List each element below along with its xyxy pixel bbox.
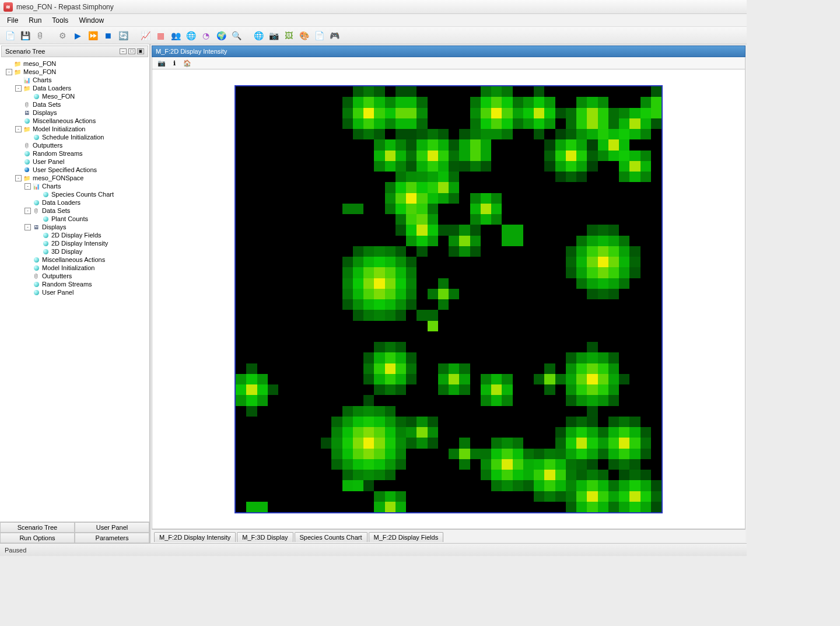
tree-item[interactable]: 🛢Outputters — [1, 141, 148, 149]
tree-item[interactable]: -🛢Data Sets — [1, 207, 148, 215]
tree-label: Meso_FON — [42, 93, 75, 100]
tree-label: 3D Display — [51, 248, 82, 255]
tree-expander[interactable]: - — [24, 208, 31, 214]
tree-expander[interactable]: - — [6, 69, 12, 75]
tree-label: Charts — [33, 76, 51, 83]
tree-item[interactable]: Miscellaneous Actions — [1, 117, 148, 125]
pane-title-label: Scenario Tree — [5, 48, 45, 55]
tree-label: Data Sets — [33, 101, 61, 108]
sidebar-tab-parameters[interactable]: Parameters — [75, 533, 149, 543]
display-viewport[interactable] — [152, 69, 746, 529]
tree-item[interactable]: Plant Counts — [1, 215, 148, 223]
init-icon[interactable]: ⚙ — [56, 29, 69, 42]
maximize-pane-icon[interactable]: □ — [128, 48, 135, 54]
agents-icon[interactable]: 👥 — [169, 29, 182, 42]
tree-label: Meso_FON — [23, 68, 56, 75]
dock-pane-icon[interactable]: ▣ — [137, 48, 144, 54]
image-icon[interactable]: 🖼 — [282, 29, 295, 42]
tree-item[interactable]: User Panel — [1, 288, 148, 296]
tree-label: 2D Display Fields — [51, 232, 102, 239]
tree-item[interactable]: Miscellaneous Actions — [1, 256, 148, 264]
globe2-icon[interactable]: 🌍 — [215, 29, 228, 42]
window-title: meso_FON - Repast Simphony — [16, 3, 114, 11]
sidebar-tab-user-panel[interactable]: User Panel — [75, 522, 149, 533]
game-icon[interactable]: 🎮 — [328, 29, 341, 42]
tree-item[interactable]: -📁Meso_FON — [1, 68, 148, 76]
tree-item[interactable]: 🛢Data Sets — [1, 100, 148, 109]
menu-file[interactable]: File — [2, 15, 23, 26]
tree-label: Plant Counts — [51, 215, 88, 222]
search-icon[interactable]: 🔍 — [230, 29, 243, 42]
tree-item[interactable]: Meso_FON — [1, 92, 148, 100]
tree-item[interactable]: User Panel — [1, 158, 148, 166]
stop-icon[interactable]: ⏹ — [102, 29, 114, 42]
status-label: Paused — [5, 547, 26, 554]
menu-run[interactable]: Run — [24, 15, 46, 26]
palette-icon[interactable]: 🎨 — [298, 29, 310, 42]
reset-icon[interactable]: 🔄 — [117, 29, 130, 42]
tree-item[interactable]: -🖥Displays — [1, 223, 148, 231]
camera-icon[interactable]: 📷 — [267, 29, 280, 42]
tree-item[interactable]: -📁Model Initialization — [1, 125, 148, 133]
tree-item[interactable]: -📁Data Loaders — [1, 84, 148, 92]
tree-label: meso_FON — [23, 60, 56, 67]
tree-item[interactable]: 2D Display Fields — [1, 231, 148, 239]
grid-icon[interactable]: ▦ — [154, 29, 167, 42]
save-icon[interactable]: 💾 — [19, 29, 32, 42]
intensity-canvas-border — [235, 85, 663, 513]
tree-item[interactable]: 📁meso_FON — [1, 60, 148, 68]
tree-item[interactable]: Schedule Initialization — [1, 133, 148, 141]
tree-item[interactable]: Species Counts Chart — [1, 190, 148, 198]
tree-item[interactable]: 2D Display Intensity — [1, 239, 148, 247]
tree-item[interactable]: Model Initialization — [1, 264, 148, 272]
tree-label: 2D Display Intensity — [51, 240, 108, 247]
db-icon[interactable]: 🛢 — [34, 29, 47, 42]
tree-expander[interactable]: - — [24, 183, 31, 190]
tree-expander[interactable]: - — [15, 126, 22, 132]
chart-icon[interactable]: 📈 — [139, 29, 152, 42]
minimize-pane-icon[interactable]: – — [120, 48, 127, 54]
home-icon[interactable]: 🏠 — [183, 60, 192, 67]
scenario-tree[interactable]: 📁meso_FON-📁Meso_FON📊Charts-📁Data Loaders… — [0, 58, 149, 522]
menu-window[interactable]: Window — [74, 15, 108, 26]
doc-tab[interactable]: M_F:3D Display — [237, 532, 293, 542]
snapshot-icon[interactable]: 📷 — [157, 60, 166, 67]
open-icon[interactable]: 📄 — [4, 29, 16, 42]
tree-label: Model Initialization — [42, 264, 95, 271]
menu-tools[interactable]: Tools — [47, 15, 73, 26]
sidebar-tab-run-options[interactable]: Run Options — [0, 533, 75, 543]
statusbar: Paused — [0, 543, 747, 556]
tree-item[interactable]: -📊Charts — [1, 182, 148, 190]
sidebar: Scenario Tree – □ ▣ 📁meso_FON-📁Meso_FON📊… — [0, 44, 150, 543]
tree-expander[interactable]: - — [24, 224, 31, 230]
play-icon[interactable]: ▶ — [71, 29, 84, 42]
tree-item[interactable]: User Specified Actions — [1, 166, 148, 174]
doc-tab[interactable]: M_F:2D Display Fields — [369, 532, 444, 542]
pie-icon[interactable]: ◔ — [200, 29, 212, 42]
tree-item[interactable]: 🛢Outputters — [1, 272, 148, 280]
net-icon[interactable]: 🌐 — [252, 29, 265, 42]
step-icon[interactable]: ⏩ — [86, 29, 99, 42]
doc-tab[interactable]: Species Counts Chart — [295, 532, 368, 542]
tree-label: User Panel — [42, 289, 74, 296]
tree-label: Outputters — [42, 272, 72, 279]
doc-icon[interactable]: 📄 — [313, 29, 326, 42]
tree-item[interactable]: Data Loaders — [1, 198, 148, 207]
tree-item[interactable]: Random Streams — [1, 149, 148, 158]
doc-tab[interactable]: M_F:2D Display Intensity — [154, 532, 236, 542]
tree-label: Charts — [42, 183, 61, 190]
display-pane-title: M_F:2D Display Intensity — [152, 46, 746, 57]
info-icon[interactable]: ℹ — [170, 60, 179, 67]
scenario-pane-title: Scenario Tree – □ ▣ — [1, 46, 148, 57]
globe1-icon[interactable]: 🌐 — [184, 29, 197, 42]
tree-item[interactable]: -📁meso_FONSpace — [1, 174, 148, 182]
tree-expander[interactable]: - — [15, 175, 22, 181]
sidebar-tab-scenario-tree[interactable]: Scenario Tree — [0, 522, 75, 533]
tree-item[interactable]: 🖥Displays — [1, 109, 148, 117]
tree-label: User Panel — [33, 158, 64, 165]
tree-item[interactable]: 3D Display — [1, 247, 148, 256]
tree-item[interactable]: 📊Charts — [1, 76, 148, 84]
tree-expander[interactable]: - — [15, 85, 22, 92]
tree-item[interactable]: Random Streams — [1, 280, 148, 288]
sidebar-tabs: Scenario TreeUser PanelRun OptionsParame… — [0, 522, 149, 543]
